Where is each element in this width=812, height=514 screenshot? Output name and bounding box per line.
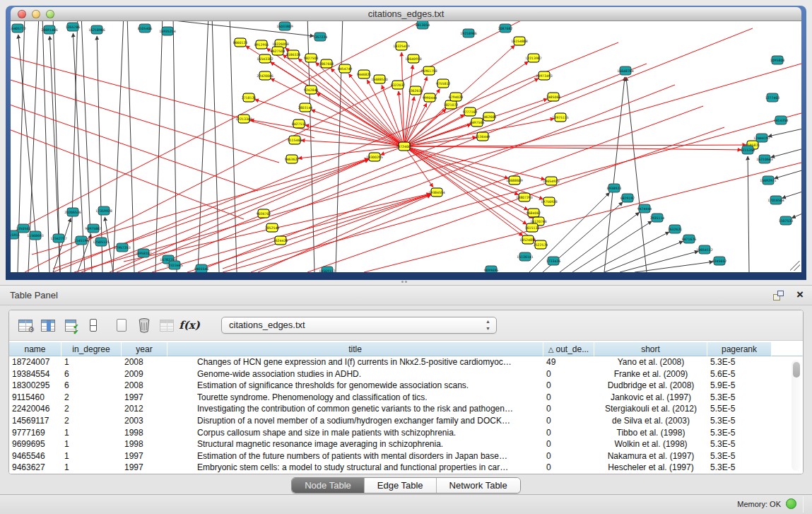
table-cell[interactable]: 5.3E-5	[707, 427, 772, 439]
table-cell[interactable]: Stergiakouli et al. (2012)	[594, 403, 707, 415]
network-node[interactable]: 1362615	[408, 86, 423, 95]
network-node[interactable]: 12213987	[525, 54, 541, 62]
table-cell[interactable]: Genome-wide association studies in ADHD.	[167, 368, 543, 380]
network-node[interactable]: 16935214	[159, 27, 175, 35]
network-node[interactable]: 18300295	[366, 153, 382, 161]
network-node[interactable]: 9990444	[423, 93, 437, 102]
network-node[interactable]: 9242848	[304, 86, 319, 94]
network-node[interactable]: 3915911	[11, 230, 20, 239]
network-node[interactable]: 14569117	[319, 267, 335, 272]
network-node[interactable]: 20691406	[41, 25, 57, 34]
network-node[interactable]: 90975887	[85, 224, 101, 233]
network-node[interactable]: 7624420	[273, 236, 288, 245]
table-cell[interactable]: Nakamura et al. (1997)	[594, 450, 707, 462]
network-node[interactable]: 2087682	[498, 24, 513, 33]
network-node[interactable]: 16648784	[617, 66, 633, 75]
table-cell[interactable]: Changes of HCN gene expression and I(f) …	[167, 356, 543, 368]
network-node[interactable]: 9627508	[271, 47, 286, 55]
table-cell[interactable]: 0	[543, 368, 594, 380]
network-node[interactable]: 7462606	[482, 112, 497, 121]
edit-columns-checks-icon[interactable]: ✔✔	[60, 315, 81, 336]
network-node[interactable]: 6879197	[620, 194, 635, 202]
network-node[interactable]: 19218986	[460, 29, 476, 37]
network-node[interactable]: 12505135	[93, 238, 109, 246]
column-header-in_degree[interactable]: in_degree	[61, 341, 122, 356]
table-cell[interactable]: Estimation of significance thresholds fo…	[167, 380, 543, 392]
network-node[interactable]: 12323445	[166, 261, 182, 269]
table-cell[interactable]: 1	[61, 356, 122, 368]
network-node[interactable]: 17359928	[95, 206, 112, 215]
table-cell[interactable]: 1997	[122, 450, 167, 462]
new-file-icon[interactable]	[111, 315, 132, 336]
table-cell[interactable]: 9115460	[9, 392, 61, 404]
zoom-window-icon[interactable]	[46, 10, 54, 18]
table-cell[interactable]: 0	[543, 392, 594, 404]
network-node[interactable]: 2522574	[534, 240, 548, 249]
tab-edge-table[interactable]: Edge Table	[365, 478, 437, 493]
table-cell[interactable]: 0	[543, 403, 594, 415]
table-cell[interactable]: 0	[543, 450, 594, 462]
minimize-window-icon[interactable]	[32, 10, 40, 18]
network-node[interactable]: 19654923	[543, 177, 559, 185]
network-node[interactable]: 8322037	[391, 81, 406, 89]
network-node[interactable]: 9463627	[285, 155, 300, 163]
network-node[interactable]: 17016504	[767, 196, 784, 204]
network-node[interactable]: 1615132	[525, 223, 540, 232]
network-node[interactable]: 2718126	[242, 93, 257, 102]
network-canvas[interactable]: 1872400716154808122139871097349374850631…	[11, 21, 801, 272]
network-node[interactable]: 1355786	[66, 23, 81, 31]
network-node[interactable]: 8471676	[682, 235, 697, 243]
table-row[interactable]: 1456911722003Disruption of a novel membe…	[9, 415, 803, 427]
network-node[interactable]: 9827508	[304, 54, 319, 62]
network-node[interactable]: 2803144	[298, 103, 313, 112]
table-cell[interactable]: 2009	[122, 368, 167, 380]
network-node[interactable]: 16958107	[135, 249, 151, 257]
network-node[interactable]: 19756928	[541, 197, 557, 206]
function-builder-icon[interactable]: f(x)	[179, 315, 200, 336]
table-vertical-scrollbar[interactable]	[792, 360, 801, 471]
table-cell[interactable]: Tourette syndrome. Phenomenology and cla…	[167, 392, 543, 404]
network-node[interactable]: 9465546	[194, 264, 209, 272]
network-node[interactable]: 9684067	[526, 209, 541, 217]
network-node[interactable]: 12975115	[552, 113, 568, 122]
table-cell[interactable]: 49	[543, 356, 594, 368]
network-node[interactable]: 16961758	[420, 66, 437, 75]
network-node-hub[interactable]: 18724007	[396, 142, 412, 151]
select-columns-icon[interactable]	[37, 315, 59, 336]
table-cell[interactable]: Tibbo et al. (1998)	[594, 427, 707, 439]
network-node[interactable]: 8215358	[741, 146, 755, 154]
column-header-out_de[interactable]: △out_de...	[543, 341, 594, 356]
network-node[interactable]: 2867608	[319, 59, 334, 68]
table-cell[interactable]: 2	[61, 392, 122, 404]
network-node[interactable]: 7852540	[265, 223, 280, 232]
network-node[interactable]: 6497568	[470, 118, 485, 127]
table-cell[interactable]: 1997	[122, 462, 167, 474]
table-cell[interactable]: 5.9E-5	[707, 380, 772, 392]
canvas-resize-grip[interactable]	[790, 261, 800, 271]
network-node[interactable]: 2935114	[650, 214, 665, 222]
table-cell[interactable]: 2012	[122, 403, 167, 415]
network-node[interactable]: 9755812	[436, 79, 451, 88]
network-node[interactable]: 9777169	[463, 107, 478, 116]
table-cell[interactable]: 5.3E-5	[707, 415, 772, 427]
scrollbar-thumb[interactable]	[793, 362, 800, 378]
network-node[interactable]: 9699695	[484, 266, 499, 272]
network-node[interactable]: 9036702	[257, 209, 271, 218]
close-panel-icon[interactable]: ×	[796, 288, 804, 302]
network-node[interactable]: 8660123	[233, 38, 248, 47]
table-cell[interactable]: 9699695	[9, 438, 61, 450]
network-node[interactable]: 8912955	[254, 40, 269, 49]
table-cell[interactable]: de Silva et al. (2003)	[594, 415, 707, 427]
network-node[interactable]: 1733426	[546, 257, 561, 265]
table-cell[interactable]: Yano et al. (2008)	[594, 356, 707, 368]
network-node[interactable]: 7485063	[546, 93, 561, 101]
float-window-icon[interactable]	[773, 291, 784, 300]
split-pane-handle[interactable]	[401, 281, 410, 284]
column-header-short[interactable]: short	[594, 341, 707, 356]
table-cell[interactable]: Investigating the contribution of common…	[167, 403, 543, 415]
table-cell[interactable]: 5.5E-5	[707, 403, 772, 415]
table-row[interactable]: 946362711997Embryonic stem cells: a mode…	[9, 462, 803, 474]
network-node[interactable]: 12213349	[235, 115, 252, 123]
network-node[interactable]: 18640910	[405, 54, 421, 63]
table-cell[interactable]: 1997	[122, 392, 167, 404]
